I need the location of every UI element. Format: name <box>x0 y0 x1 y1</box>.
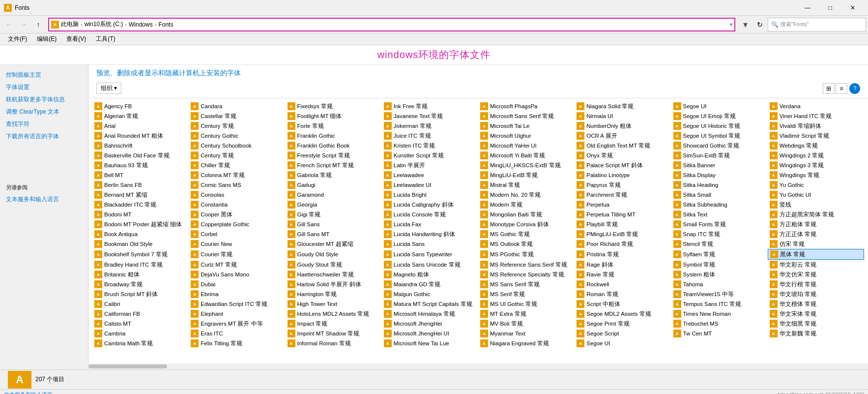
font-item[interactable]: AHarrington 常规 <box>286 289 382 299</box>
back-button[interactable]: ← <box>2 18 16 31</box>
address-pc[interactable]: 此电脑 <box>61 20 79 29</box>
font-item[interactable]: A华文彩云 常规 <box>768 260 864 270</box>
font-item[interactable]: A华文新魏 常规 <box>768 329 864 338</box>
font-item[interactable]: AChiller 常规 <box>189 160 285 170</box>
chevron-down-icon[interactable]: ▾ <box>738 18 752 31</box>
search-bar[interactable]: 🔍 搜索"Fonts" <box>768 18 866 31</box>
font-item[interactable]: ATahoma <box>671 279 768 289</box>
font-item[interactable]: AMicrosoft JhengHei UI <box>382 329 478 338</box>
font-item[interactable]: AGeorgia <box>286 200 382 210</box>
font-item[interactable]: AGloucester MT 超紧缩 <box>286 239 382 249</box>
font-item[interactable]: ALatin 半展开 <box>382 160 478 170</box>
address-bar[interactable]: A 此电脑 › win10系统 (C:) › Windows › Fonts ▾ <box>48 18 735 31</box>
font-item[interactable]: ABodoni MT Poster 超紧缩 细体 <box>92 219 189 229</box>
sidebar-cleartype[interactable]: 调整 ClearType 文本 <box>0 106 88 118</box>
font-item[interactable]: AMS UI Gothic 常规 <box>478 299 575 309</box>
font-item[interactable]: ALucida Console 常规 <box>382 210 478 219</box>
sidebar-font-settings[interactable]: 字体设置 <box>0 81 88 93</box>
font-item[interactable]: AComic Sans MS <box>189 180 285 190</box>
font-item[interactable]: A华文行楷 常规 <box>768 279 864 289</box>
font-item[interactable]: ACentury Schoolbook <box>189 141 285 151</box>
font-item[interactable]: AMicrosoft Yi Baiti 常规 <box>478 151 575 160</box>
font-item[interactable]: ATimes New Roman <box>671 309 768 319</box>
font-item[interactable]: ASegoe UI <box>575 338 671 348</box>
organize-button[interactable]: 组织 ▾ <box>96 83 121 94</box>
font-item[interactable]: ALeelawadee UI <box>382 180 478 190</box>
font-item[interactable]: ACentury Gothic <box>189 131 285 141</box>
font-item[interactable]: ASymbol 常规 <box>671 260 768 270</box>
close-button[interactable]: ✕ <box>841 0 864 16</box>
font-item[interactable]: AFootlight MT 细体 <box>286 111 382 121</box>
font-item[interactable]: AMicrosoft YaHei UI <box>478 141 575 151</box>
font-item[interactable]: AElephant <box>189 309 285 319</box>
font-item[interactable]: A仿宋 常规 <box>768 239 864 249</box>
address-drive[interactable]: win10系统 (C:) <box>85 20 123 29</box>
font-item[interactable]: ASitka Small <box>671 190 768 200</box>
font-item[interactable]: ACalifornian FB <box>92 309 189 319</box>
font-item[interactable]: AMS Gothic 常规 <box>478 229 575 239</box>
font-item[interactable]: AParchment 常规 <box>575 190 671 200</box>
font-item[interactable]: ASegoe UI Symbol 常规 <box>671 131 768 141</box>
font-item[interactable]: AGoudy Stout 常规 <box>286 260 382 270</box>
font-item[interactable]: AMS Reference Sans Serif 常规 <box>478 260 575 270</box>
maximize-button[interactable]: □ <box>819 0 841 16</box>
font-item[interactable]: ABernard MT 紧缩 <box>92 190 189 200</box>
font-list-container[interactable]: AAgency FBACandaraAFixedsys 常规AInk Free … <box>88 98 868 364</box>
font-item[interactable]: ACambria <box>92 329 189 338</box>
font-item[interactable]: ANumberOnly 粗体 <box>575 121 671 131</box>
font-item[interactable]: A方正超黑宋简体 常规 <box>768 210 864 219</box>
font-item[interactable]: AMonotype Corsiva 斜体 <box>478 219 575 229</box>
font-item[interactable]: AHaettenschweiler 常规 <box>286 270 382 279</box>
font-item[interactable]: ABahnschrift <box>92 141 189 151</box>
font-item[interactable]: ABroadway 常规 <box>92 279 189 289</box>
font-item[interactable]: AGadugi <box>286 180 382 190</box>
font-item[interactable]: ALucida Sans Unicode 常规 <box>382 260 478 270</box>
font-item[interactable]: ARage 斜体 <box>575 260 671 270</box>
font-item[interactable]: AVerdana <box>768 101 864 111</box>
address-fonts[interactable]: Fonts <box>158 21 173 28</box>
font-item[interactable]: ARoman 常规 <box>575 289 671 299</box>
font-item[interactable]: ADubai <box>189 279 285 289</box>
font-item[interactable]: AConstantia <box>189 200 285 210</box>
font-item[interactable]: A方正正体 常规 <box>768 229 864 239</box>
font-item[interactable]: ABritannic 粗体 <box>92 270 189 279</box>
font-item[interactable]: AGill Sans <box>286 219 382 229</box>
font-item[interactable]: AMicrosoft Tai Le <box>478 121 575 131</box>
font-item[interactable]: ASegoe Print 常规 <box>575 319 671 329</box>
font-item[interactable]: ACastellar 常规 <box>189 111 285 121</box>
font-item[interactable]: AHigh Tower Text <box>286 299 382 309</box>
font-item[interactable]: AModern 常规 <box>478 200 575 210</box>
menu-view[interactable]: 查看(V) <box>62 34 90 44</box>
font-item[interactable]: ABodoni MT <box>92 210 189 219</box>
font-item[interactable]: ATempus Sans ITC 常规 <box>671 299 768 309</box>
font-item[interactable]: AConsolas <box>189 190 285 200</box>
font-item[interactable]: ACurlz MT 常规 <box>189 260 285 270</box>
font-item[interactable]: ANiagara Engraved 常规 <box>478 338 575 348</box>
font-item[interactable]: AWebdings 常规 <box>768 141 864 151</box>
font-item[interactable]: AImpact 常规 <box>286 319 382 329</box>
font-item[interactable]: AInk Free 常规 <box>382 101 478 111</box>
font-item[interactable]: ASystem 粗体 <box>671 270 768 279</box>
font-item[interactable]: AGill Sans MT <box>286 229 382 239</box>
forward-button[interactable]: → <box>17 18 30 31</box>
font-item[interactable]: ALucida Bright <box>382 190 478 200</box>
font-item[interactable]: ATw Cen MT <box>671 329 768 338</box>
font-item[interactable]: ABaskerville Old Face 常规 <box>92 151 189 160</box>
font-item[interactable]: ABerlin Sans FB <box>92 180 189 190</box>
font-item[interactable]: AKunstler Script 常规 <box>382 151 478 160</box>
font-item[interactable]: AFelix Titling 常规 <box>189 338 285 348</box>
font-item[interactable]: ABradley Hand ITC 常规 <box>92 260 189 270</box>
font-item[interactable]: ACalisto MT <box>92 319 189 329</box>
font-item[interactable]: ASimSun-ExtB 常规 <box>671 151 768 160</box>
font-item[interactable]: AMS Serif 常规 <box>478 289 575 299</box>
font-item[interactable]: AArial <box>92 121 189 131</box>
font-item[interactable]: AEngravers MT 展开 中等 <box>189 319 285 329</box>
font-item[interactable]: AMongolian Baiti 常规 <box>478 210 575 219</box>
font-item[interactable]: ACentury 常规 <box>189 121 285 131</box>
font-item[interactable]: AMicrosoft Uighur <box>478 131 575 141</box>
font-item[interactable]: AVladimir Script 常规 <box>768 131 864 141</box>
font-item[interactable]: ABlackadder ITC 常规 <box>92 200 189 210</box>
font-item[interactable]: ABell MT <box>92 170 189 180</box>
font-item[interactable]: AMicrosoft JhengHei <box>382 319 478 329</box>
font-item[interactable]: AAlgerian 常规 <box>92 111 189 121</box>
